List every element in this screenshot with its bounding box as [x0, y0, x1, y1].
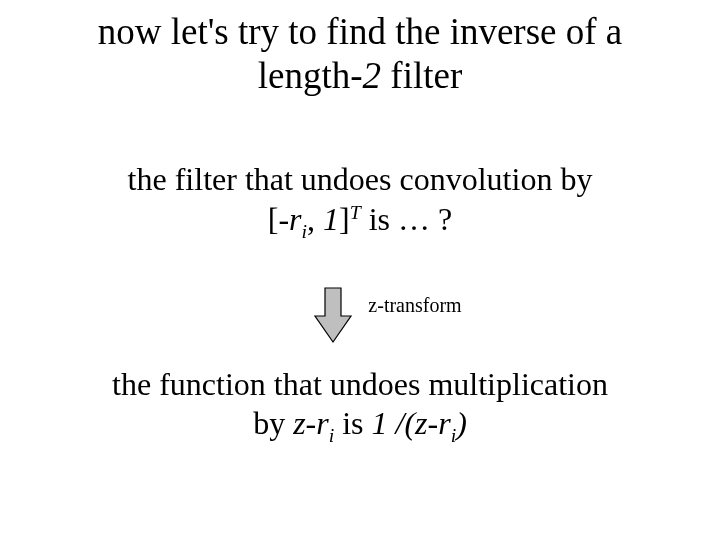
p2-lb: [-	[268, 201, 289, 237]
title-text-2a: length-	[258, 55, 363, 96]
para2-line-1: the filter that undoes convolution by	[128, 160, 593, 199]
para2-text-1: the filter that undoes convolution by	[128, 161, 593, 197]
para3-block: the function that undoes multiplication …	[0, 365, 720, 447]
p3-is: is	[334, 405, 363, 441]
p3-by: by	[253, 405, 293, 441]
title-text-2b: filter	[381, 55, 462, 96]
title-block: now let's try to find the inverse of a l…	[0, 10, 720, 99]
para3-line-2: by z-ri is 1 /(z-ri)	[253, 404, 467, 447]
p2-comma: ,	[307, 201, 315, 237]
p3-rhsi: i	[451, 424, 457, 446]
p3-div: /(	[388, 405, 416, 441]
p3-lhsz: z-r	[293, 405, 329, 441]
arrow-label: z-transform	[368, 294, 461, 316]
arrow-label-block: z-transform	[0, 295, 720, 315]
p2-T: T	[350, 201, 361, 223]
p2-one: 1	[323, 201, 339, 237]
p3-one: 1	[372, 405, 388, 441]
slide: now let's try to find the inverse of a l…	[0, 0, 720, 540]
p2-sub: i	[302, 220, 308, 242]
title-line-1: now let's try to find the inverse of a	[98, 10, 623, 54]
p3-lhsi: i	[329, 424, 335, 446]
para2-line-2: [-ri, 1]T is … ?	[268, 199, 453, 242]
p2-sp1	[315, 201, 323, 237]
p3-sp	[364, 405, 372, 441]
p2-rb: ]	[339, 201, 350, 237]
p2-post: is … ?	[361, 201, 453, 237]
title-text-2-two: 2	[363, 55, 382, 96]
para3-line-1: the function that undoes multiplication	[112, 365, 608, 404]
title-line-2: length-2 filter	[258, 54, 462, 98]
para2-block: the filter that undoes convolution by [-…	[0, 160, 720, 242]
p3-rhsz: z-r	[415, 405, 451, 441]
title-text-1: now let's try to find the inverse of a	[98, 11, 623, 52]
p2-r: r	[289, 201, 301, 237]
para3-text-1: the function that undoes multiplication	[112, 366, 608, 402]
p3-close: )	[456, 405, 467, 441]
